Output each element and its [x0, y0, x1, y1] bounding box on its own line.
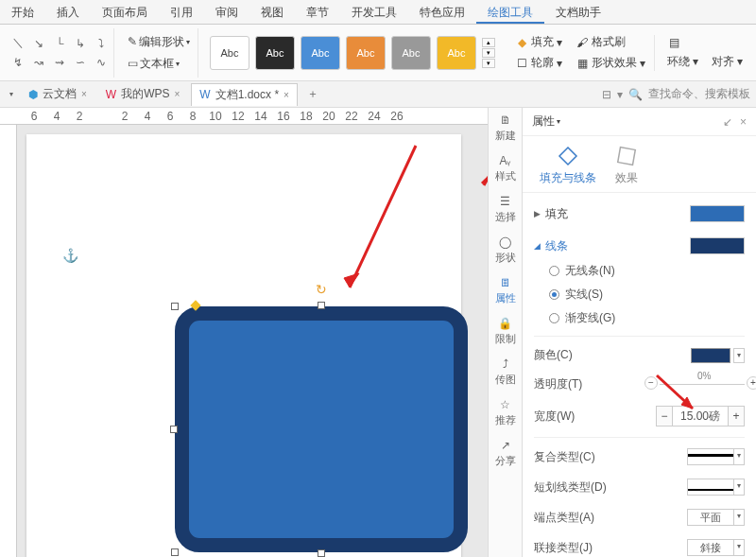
align-dropdown[interactable]: 对齐▾	[709, 53, 746, 71]
tab-drawing-tools[interactable]: 绘图工具	[476, 0, 544, 24]
effect-icon	[616, 146, 637, 166]
tab-start[interactable]: 开始	[0, 0, 45, 24]
transparency-plus[interactable]: +	[747, 376, 756, 390]
panel-close-button[interactable]: ×	[740, 115, 747, 129]
connector4-icon[interactable]: ∽	[72, 54, 89, 71]
fill-color-swatch[interactable]	[690, 205, 745, 222]
command-search[interactable]: ⊟ ▾ 🔍 查找命令、搜索模板	[602, 86, 750, 102]
section-line[interactable]: ◢线条	[534, 233, 745, 259]
panel-tabs: 填充与线条 效果	[523, 136, 756, 193]
annotation-arrow-3	[474, 136, 488, 193]
tab-review[interactable]: 审阅	[204, 0, 249, 24]
tab-chapter[interactable]: 章节	[295, 0, 340, 24]
menu-tabs: 开始 插入 页面布局 引用 审阅 视图 章节 开发工具 特色应用 绘图工具 文档…	[0, 0, 756, 25]
strip-style[interactable]: Aᵧ样式	[495, 154, 516, 183]
section-fill[interactable]: ▶填充	[534, 200, 745, 227]
row-cap: 端点类型(A) 平面▾	[534, 502, 745, 532]
horizontal-ruler[interactable]: 6422468101214161820222426	[0, 108, 488, 125]
wrap-button[interactable]: ▤	[664, 35, 746, 50]
selected-shape[interactable]: ↻	[175, 306, 468, 552]
gallery-down-button[interactable]: ▾	[482, 48, 495, 58]
style-swatch-6[interactable]: Abc	[437, 36, 476, 70]
outline-button[interactable]: ☐轮廓▾	[512, 54, 565, 72]
new-tab-button[interactable]: ＋	[301, 84, 324, 104]
cloud-icon: ⬢	[28, 88, 38, 101]
close-icon[interactable]: ×	[175, 89, 180, 99]
tab-developer[interactable]: 开发工具	[340, 0, 408, 24]
vertical-ruler[interactable]	[0, 125, 17, 557]
document-canvas[interactable]: 6422468101214161820222426 ⚓ ↻	[0, 108, 488, 557]
doc-tab-menu-icon[interactable]: ▾	[6, 88, 17, 100]
row-transparency: 透明度(T) − 0% +	[534, 370, 745, 399]
tab-reference[interactable]: 引用	[159, 0, 204, 24]
annotation-arrow-4	[647, 371, 704, 418]
svg-marker-1	[344, 273, 359, 287]
style-swatch-2[interactable]: Abc	[255, 36, 295, 70]
compound-dropdown[interactable]: ▾	[687, 448, 745, 465]
cap-dropdown[interactable]: 平面▾	[687, 509, 745, 526]
main-area: 6422468101214161820222426 ⚓ ↻	[0, 108, 756, 557]
style-swatch-5[interactable]: Abc	[391, 36, 431, 70]
edit-shape-button[interactable]: ✎编辑形状▾	[124, 32, 194, 52]
close-icon[interactable]: ×	[81, 89, 87, 99]
radio-solid-line[interactable]: 实线(S)	[549, 287, 745, 303]
color-dropdown[interactable]: ▾	[733, 348, 745, 363]
menu-icon[interactable]: ▾	[617, 88, 623, 101]
tab-doc-assistant[interactable]: 文档助手	[544, 0, 612, 24]
panel-pin-button[interactable]: ↙	[723, 115, 732, 129]
rounded-rectangle[interactable]	[175, 306, 468, 552]
word-icon: W	[199, 88, 210, 101]
tab-insert[interactable]: 插入	[45, 0, 91, 24]
tab-page-layout[interactable]: 页面布局	[91, 0, 159, 24]
style-swatch-1[interactable]: Abc	[210, 36, 249, 70]
resize-handle-nw[interactable]	[171, 303, 179, 310]
strip-new[interactable]: 🗎新建	[495, 113, 516, 143]
panel-title: 属性	[532, 113, 555, 130]
radio-gradient-line[interactable]: 渐变线(G)	[549, 310, 745, 326]
collapse-ribbon-icon[interactable]: ⊟	[602, 88, 611, 101]
strip-shape[interactable]: ◯形状	[495, 235, 516, 265]
style-swatch-4[interactable]: Abc	[346, 36, 386, 70]
line-color-picker[interactable]	[691, 348, 730, 363]
gallery-more-button[interactable]: ▾	[482, 59, 495, 68]
panel-tab-effect[interactable]: 效果	[615, 146, 638, 186]
tab-view[interactable]: 视图	[249, 0, 295, 24]
connector2-icon[interactable]: ↝	[30, 54, 47, 71]
doc-tab-doc1[interactable]: W文档1.docx *×	[191, 83, 298, 106]
fill-button[interactable]: ◆填充▾	[512, 33, 565, 51]
elbow-arrow-icon[interactable]: ↳	[72, 35, 89, 52]
wrap-dropdown[interactable]: 环绕▾	[664, 53, 701, 71]
line-color-swatch[interactable]	[690, 237, 745, 254]
resize-handle-s[interactable]	[318, 549, 325, 557]
curve-icon[interactable]: ⤵	[93, 35, 110, 52]
tab-special[interactable]: 特色应用	[408, 0, 476, 24]
doc-tab-cloud[interactable]: ⬢云文档×	[21, 83, 94, 105]
connector5-icon[interactable]: ∿	[93, 54, 110, 71]
radio-no-line[interactable]: 无线条(N)	[549, 263, 745, 279]
strip-upload[interactable]: ⤴传图	[495, 357, 516, 387]
arrow-icon[interactable]: ↘	[30, 35, 47, 52]
gallery-up-button[interactable]: ▴	[482, 38, 495, 47]
strip-select[interactable]: ☰选择	[495, 195, 516, 224]
strip-properties[interactable]: 🗏属性	[495, 276, 516, 305]
close-icon[interactable]: ×	[284, 90, 289, 100]
panel-tab-fill-line[interactable]: 填充与线条	[540, 146, 596, 186]
width-increment[interactable]: +	[728, 406, 745, 426]
format-painter-button[interactable]: 🖌格式刷	[573, 33, 628, 51]
doc-tab-mywps[interactable]: W我的WPS×	[98, 83, 188, 105]
style-swatch-3[interactable]: Abc	[301, 36, 340, 70]
join-dropdown[interactable]: 斜接▾	[687, 539, 745, 556]
resize-handle-sw[interactable]	[171, 548, 179, 556]
strip-recommend[interactable]: ☆推荐	[495, 398, 516, 427]
dash-dropdown[interactable]: ▾	[687, 479, 745, 496]
line-icon[interactable]: ＼	[9, 35, 26, 52]
text-box-button[interactable]: ▭文本框▾	[124, 54, 194, 74]
elbow-icon[interactable]: └	[51, 35, 68, 52]
annotation-arrow-1	[321, 136, 435, 306]
resize-handle-w[interactable]	[170, 426, 178, 433]
strip-restrict[interactable]: 🔒限制	[495, 317, 516, 346]
strip-share[interactable]: ↗分享	[495, 439, 516, 468]
connector1-icon[interactable]: ↯	[9, 54, 26, 71]
shape-effect-button[interactable]: ▦形状效果▾	[573, 54, 648, 72]
connector3-icon[interactable]: ⇝	[51, 54, 68, 71]
